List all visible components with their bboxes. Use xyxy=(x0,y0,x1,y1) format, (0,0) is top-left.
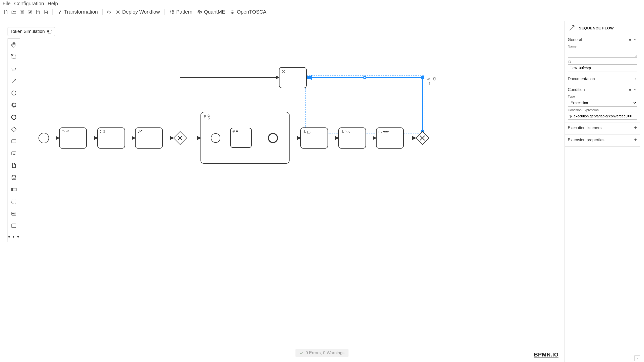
svg-rect-64 xyxy=(339,128,366,148)
bpmn-io-logo[interactable]: BPMN.IO xyxy=(534,351,558,358)
svg-rect-7 xyxy=(173,13,174,14)
task-5[interactable] xyxy=(339,128,366,148)
svg-point-60 xyxy=(233,131,234,132)
svg-point-61 xyxy=(236,130,238,132)
opentosca-button[interactable]: OpenTOSCA xyxy=(228,9,268,15)
chevron-down-icon xyxy=(633,38,637,41)
wrench-icon[interactable] xyxy=(427,78,430,80)
section-general-label: General xyxy=(568,37,582,42)
svg-rect-1 xyxy=(21,12,23,13)
bpmn-canvas[interactable] xyxy=(0,17,644,362)
transformation-label: Transformation xyxy=(64,9,98,15)
section-ext-props-label: Extension properties xyxy=(568,138,605,142)
svg-rect-63 xyxy=(301,128,328,148)
name-input[interactable] xyxy=(568,49,637,58)
task-3[interactable] xyxy=(135,128,163,148)
opentosca-label: OpenTOSCA xyxy=(237,9,266,15)
plus-icon[interactable]: + xyxy=(634,137,637,143)
plus-icon[interactable]: + xyxy=(634,125,637,131)
download-icon[interactable] xyxy=(43,9,49,15)
modified-dot-icon xyxy=(629,39,631,41)
section-condition-header[interactable]: Condition xyxy=(568,86,637,93)
svg-point-46 xyxy=(100,130,101,131)
section-exec-listeners-label: Execution listeners xyxy=(568,126,601,130)
section-general-header[interactable]: General xyxy=(568,36,637,43)
subprocess-task[interactable] xyxy=(230,128,252,148)
svg-rect-41 xyxy=(306,76,308,78)
task-2[interactable] xyxy=(98,128,125,148)
quantme-button[interactable]: QuantME xyxy=(195,9,227,15)
svg-point-52 xyxy=(204,116,205,117)
type-label: Type xyxy=(568,95,637,98)
menu-bar: File Configuration Help xyxy=(0,0,644,7)
section-documentation-header[interactable]: Documentation xyxy=(568,76,637,82)
gateway-1[interactable] xyxy=(174,131,187,145)
task-6[interactable] xyxy=(376,128,404,148)
upload-icon[interactable] xyxy=(35,9,41,15)
section-execution-listeners: Execution listeners + xyxy=(565,122,640,134)
id-input[interactable] xyxy=(568,64,637,71)
subprocess[interactable] xyxy=(201,112,289,163)
condition-expression-input[interactable] xyxy=(568,113,637,120)
main-area: Token Simulation • • • xyxy=(0,17,644,362)
svg-rect-4 xyxy=(170,10,171,11)
pattern-label: Pattern xyxy=(176,9,192,15)
pattern-button[interactable]: Pattern xyxy=(168,9,194,15)
selected-flow[interactable] xyxy=(305,75,424,133)
quantme-icon xyxy=(197,9,203,15)
svg-rect-40 xyxy=(364,76,366,78)
section-condition-label: Condition xyxy=(568,87,585,92)
section-ext-props-header[interactable]: Extension properties + xyxy=(568,136,637,144)
panel-collapse-button[interactable] xyxy=(634,355,640,361)
gear-icon xyxy=(115,9,121,15)
open-folder-icon[interactable] xyxy=(11,9,17,15)
id-label: ID xyxy=(568,60,637,64)
context-pad[interactable] xyxy=(427,77,436,85)
save-icon[interactable] xyxy=(19,9,25,15)
name-label: Name xyxy=(568,44,637,48)
svg-point-3 xyxy=(117,11,119,13)
svg-point-10 xyxy=(198,10,202,14)
link-icon[interactable] xyxy=(106,9,112,15)
sequence-flow-icon xyxy=(568,24,575,31)
deploy-label: Deploy Workflow xyxy=(122,9,160,15)
lint-status[interactable]: 0 Errors, 0 Warnings xyxy=(295,349,348,357)
svg-point-49 xyxy=(141,130,142,131)
task-1[interactable] xyxy=(59,128,87,148)
condition-type-select[interactable]: Expression xyxy=(568,99,637,107)
svg-point-8 xyxy=(199,12,200,13)
pattern-icon xyxy=(169,9,175,15)
svg-rect-6 xyxy=(170,13,171,14)
edit-icon[interactable] xyxy=(27,9,33,15)
toolbar-separator xyxy=(102,9,103,15)
task-4[interactable] xyxy=(301,128,328,148)
svg-rect-0 xyxy=(20,10,24,14)
subprocess-end[interactable] xyxy=(268,133,277,143)
task-loop-target[interactable] xyxy=(279,67,306,88)
section-extension-properties: Extension properties + xyxy=(565,134,640,147)
annotation-icon[interactable] xyxy=(429,82,430,85)
svg-point-65 xyxy=(349,132,350,132)
subprocess-start[interactable] xyxy=(211,133,220,143)
section-documentation-label: Documentation xyxy=(568,77,595,81)
svg-point-54 xyxy=(206,115,206,116)
new-file-icon[interactable] xyxy=(3,9,9,15)
gateway-2[interactable] xyxy=(416,131,429,145)
svg-rect-39 xyxy=(421,76,423,78)
properties-title: SEQUENCE FLOW xyxy=(579,26,614,30)
opentosca-icon xyxy=(230,9,235,15)
deploy-workflow-button[interactable]: Deploy Workflow xyxy=(114,9,162,15)
svg-rect-66 xyxy=(376,128,404,148)
menu-file[interactable]: File xyxy=(3,1,11,7)
check-icon xyxy=(299,351,303,355)
trash-icon[interactable] xyxy=(433,77,436,80)
transformation-button[interactable]: Transformation xyxy=(56,9,99,15)
svg-rect-5 xyxy=(173,10,174,11)
menu-help[interactable]: Help xyxy=(48,1,58,7)
section-exec-listeners-header[interactable]: Execution listeners + xyxy=(568,124,637,132)
section-condition: Condition Type Expression Condition Expr… xyxy=(565,85,640,122)
properties-panel: SEQUENCE FLOW General Name ID Documentat… xyxy=(565,21,640,362)
section-general: General Name ID xyxy=(565,35,640,74)
menu-configuration[interactable]: Configuration xyxy=(14,1,44,7)
start-event[interactable] xyxy=(39,133,49,143)
